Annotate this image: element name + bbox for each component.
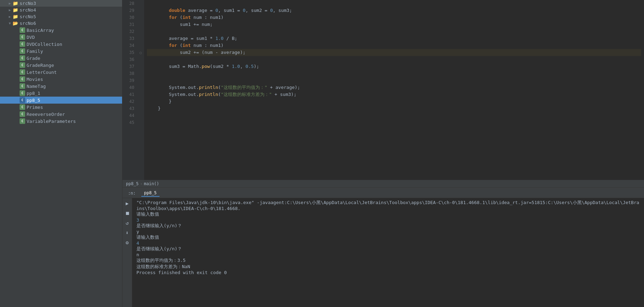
breadcrumb-separator: ›	[140, 181, 142, 186]
console-line-3: 是否继续输入(y/n)？	[136, 223, 640, 229]
sidebar-item-pp8_1[interactable]: C pp8_1	[0, 90, 122, 97]
breadcrumb-method[interactable]: main()	[144, 181, 159, 186]
sidebar-item-label: pp8_5	[27, 98, 40, 103]
expand-arrow: ▼	[7, 21, 13, 25]
expand-arrow: ▶	[7, 1, 13, 5]
code-editor[interactable]: double average = 0, sum1 = 0, sum2 = 0, …	[144, 0, 644, 180]
code-line-28	[147, 0, 641, 7]
console-line-7: 是否继续输入(y/n)？	[136, 246, 640, 252]
code-line-30: for (int num : num1)	[147, 14, 641, 21]
folder-icon: 📁	[13, 1, 18, 6]
code-line-40: System.out.println("这组数的平均值为：" + average…	[147, 84, 641, 91]
line-numbers: 28 29 30 31 32 33 34 35 36 37 38 39 40 4…	[122, 0, 137, 180]
console-line-success: Process finished with exit code 0	[136, 270, 640, 275]
sidebar-item-label: srcNo4	[20, 7, 36, 13]
sidebar-item-label: DVDCollection	[27, 42, 62, 47]
sidebar-item-LetterCount[interactable]: C LetterCount	[0, 69, 122, 76]
code-line-43: }	[147, 105, 641, 112]
settings-icon[interactable]: ⚙	[123, 239, 131, 246]
code-line-38	[147, 70, 641, 77]
sidebar-item-Primes[interactable]: C Primes	[0, 104, 122, 111]
code-line-32	[147, 28, 641, 35]
code-line-29: double average = 0, sum1 = 0, sum2 = 0, …	[147, 7, 641, 14]
class-icon: C	[20, 104, 25, 110]
expand-arrow: ▶	[7, 8, 13, 12]
console-line-6: 4	[136, 240, 640, 246]
breadcrumb: pp8_5 › main()	[122, 180, 644, 188]
sidebar-item-DVD[interactable]: C DVD	[0, 34, 122, 41]
code-line-42: }	[147, 98, 641, 105]
class-icon: C	[20, 41, 25, 47]
editor-area: 28 29 30 31 32 33 34 35 36 37 38 39 40 4…	[122, 0, 644, 188]
sidebar-item-NameTag[interactable]: C NameTag	[0, 83, 122, 90]
console-line-9: 这组数的平均值为：3.5	[136, 257, 640, 264]
sidebar-item-label: ReeeverseOrder	[27, 112, 65, 117]
sidebar-item-DVDCollection[interactable]: C DVDCollection	[0, 41, 122, 48]
code-line-34: for (int num : num1)	[147, 42, 641, 49]
sidebar-item-srcNo6[interactable]: ▼ 📂 srcNo6	[0, 20, 122, 27]
sidebar-item-label: Movies	[27, 77, 43, 82]
sidebar-item-label: Grade	[27, 56, 40, 61]
class-icon: C	[20, 97, 25, 103]
code-line-44	[147, 112, 641, 119]
sidebar-item-srcNo5[interactable]: ▶ 📁 srcNo5	[0, 13, 122, 20]
class-icon: C	[20, 34, 25, 40]
sidebar-item-label: VariableParameters	[27, 119, 76, 124]
sidebar-item-Movies[interactable]: C Movies	[0, 76, 122, 83]
sidebar-item-VariableParameters[interactable]: C VariableParameters	[0, 118, 122, 125]
class-icon: C	[20, 62, 25, 68]
class-icon: C	[20, 27, 25, 33]
sidebar-item-label: srcNo5	[20, 14, 36, 19]
sidebar-item-label: pp8_1	[27, 91, 40, 96]
sidebar-item-label: srcNo6	[20, 21, 36, 26]
code-line-37: sum3 = Math.pow(sum2 * 1.0, 0.5);	[147, 63, 641, 70]
sidebar-item-label: DVD	[27, 35, 35, 40]
folder-icon: 📂	[13, 21, 18, 26]
sidebar-item-label: Family	[27, 49, 43, 54]
code-line-33: average = sum1 * 1.0 / B;	[147, 35, 641, 42]
breadcrumb-file[interactable]: pp8_5	[126, 181, 139, 186]
console-line-4: y	[136, 229, 640, 234]
tab-n[interactable]: :n:	[125, 190, 139, 196]
tool-panel-icons: ▶ ⏹ ↺ ⬇ ⚙	[122, 198, 132, 307]
sidebar-item-BasicArray[interactable]: C BasicArray	[0, 27, 122, 34]
class-icon: C	[20, 69, 25, 75]
sidebar-item-ReeeverseOrder[interactable]: C ReeeverseOrder	[0, 111, 122, 118]
code-line-36	[147, 56, 641, 63]
code-line-45	[147, 119, 641, 126]
expand-arrow: ▶	[7, 15, 13, 19]
file-tree[interactable]: ▶ 📁 srcNo3 ▶ 📁 srcNo4 ▶ 📁 srcNo5 ▼ 📂 src…	[0, 0, 122, 307]
scroll-down-icon[interactable]: ⬇	[123, 229, 131, 237]
sidebar-item-GradeRange[interactable]: C GradeRange	[0, 62, 122, 69]
panel-header: :n: pp8_5	[122, 188, 644, 198]
sidebar-item-label: Primes	[27, 105, 43, 110]
sidebar-item-label: GradeRange	[27, 63, 54, 68]
rerun-icon[interactable]: ↺	[123, 219, 131, 227]
sidebar-item-Grade[interactable]: C Grade	[0, 55, 122, 62]
bottom-panel: :n: pp8_5 ▶ ⏹ ↺ ⬇ ⚙ "C:\Program Files\Ja…	[122, 188, 644, 307]
folder-icon: 📁	[13, 7, 18, 13]
code-line-31: sum1 += num;	[147, 21, 641, 28]
console-line-cmd: "C:\Program Files\Java\jdk-10\bin\java.e…	[136, 200, 640, 211]
gutter-icons: ◯	[137, 0, 144, 180]
sidebar-item-srcNo4[interactable]: ▶ 📁 srcNo4	[0, 7, 122, 13]
sidebar-item-label: LetterCount	[27, 70, 57, 75]
class-icon: C	[20, 111, 25, 117]
folder-icon: 📁	[13, 14, 18, 19]
sidebar-item-label: BasicArray	[27, 28, 54, 33]
stop-icon[interactable]: ⏹	[123, 209, 131, 217]
console-line-5: 请输入数值	[136, 234, 640, 240]
sidebar-item-Family[interactable]: C Family	[0, 48, 122, 55]
code-line-39	[147, 77, 641, 84]
run-icon[interactable]: ▶	[123, 200, 131, 207]
sidebar-item-pp8_5[interactable]: C pp8_5	[0, 97, 122, 104]
sidebar-item-srcNo3[interactable]: ▶ 📁 srcNo3	[0, 0, 122, 7]
tab-pp8_5[interactable]: pp8_5	[141, 190, 160, 197]
console-line-2: 3	[136, 217, 640, 223]
class-icon: C	[20, 55, 25, 61]
class-icon: C	[20, 118, 25, 124]
class-icon: C	[20, 76, 25, 82]
console-output: "C:\Program Files\Java\jdk-10\bin\java.e…	[132, 198, 644, 307]
sidebar-item-label: NameTag	[27, 84, 46, 89]
console-line-8: n	[136, 252, 640, 257]
